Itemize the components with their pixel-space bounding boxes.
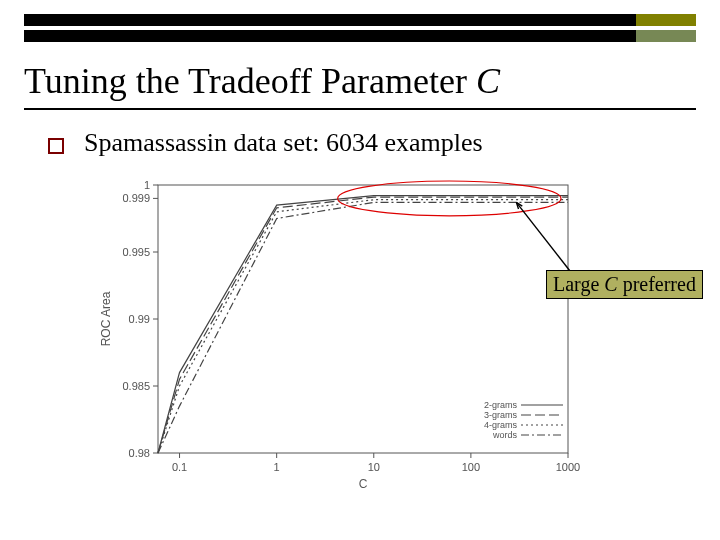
callout-prefix: Large — [553, 273, 604, 295]
accent-stripe-top — [636, 14, 696, 26]
svg-text:0.999: 0.999 — [122, 192, 150, 204]
bullet-icon — [48, 138, 64, 154]
callout-variable: C — [604, 273, 617, 295]
svg-text:0.985: 0.985 — [122, 380, 150, 392]
svg-text:ROC Area: ROC Area — [99, 291, 113, 346]
annotation-ellipse — [338, 181, 561, 216]
svg-text:0.1: 0.1 — [172, 461, 187, 473]
callout-suffix: preferred — [618, 273, 696, 295]
header-bar — [24, 14, 696, 42]
chart-svg: 0.111010010000.980.9850.990.9950.9991CRO… — [90, 175, 580, 495]
svg-text:0.995: 0.995 — [122, 246, 150, 258]
accent-stripe-bottom — [636, 30, 696, 42]
slide: Tuning the Tradeoff Parameter C Spamassa… — [0, 0, 720, 540]
annotation-callout: Large C preferred — [546, 270, 703, 299]
page-title: Tuning the Tradeoff Parameter C — [24, 60, 696, 110]
svg-text:1000: 1000 — [556, 461, 580, 473]
svg-text:10: 10 — [368, 461, 380, 473]
svg-text:words: words — [492, 430, 518, 440]
svg-text:1: 1 — [144, 179, 150, 191]
title-variable: C — [476, 61, 500, 101]
chart: 0.111010010000.980.9850.990.9950.9991CRO… — [90, 175, 580, 495]
bullet-item: Spamassassin data set: 6034 examples — [48, 128, 696, 158]
svg-text:2-grams: 2-grams — [484, 400, 518, 410]
svg-text:100: 100 — [462, 461, 480, 473]
svg-text:0.98: 0.98 — [129, 447, 150, 459]
svg-text:1: 1 — [274, 461, 280, 473]
svg-text:C: C — [359, 477, 368, 491]
title-text: Tuning the Tradeoff Parameter — [24, 61, 476, 101]
svg-text:3-grams: 3-grams — [484, 410, 518, 420]
bullet-text: Spamassassin data set: 6034 examples — [84, 128, 483, 158]
svg-line-25 — [516, 202, 570, 271]
svg-text:0.99: 0.99 — [129, 313, 150, 325]
svg-text:4-grams: 4-grams — [484, 420, 518, 430]
